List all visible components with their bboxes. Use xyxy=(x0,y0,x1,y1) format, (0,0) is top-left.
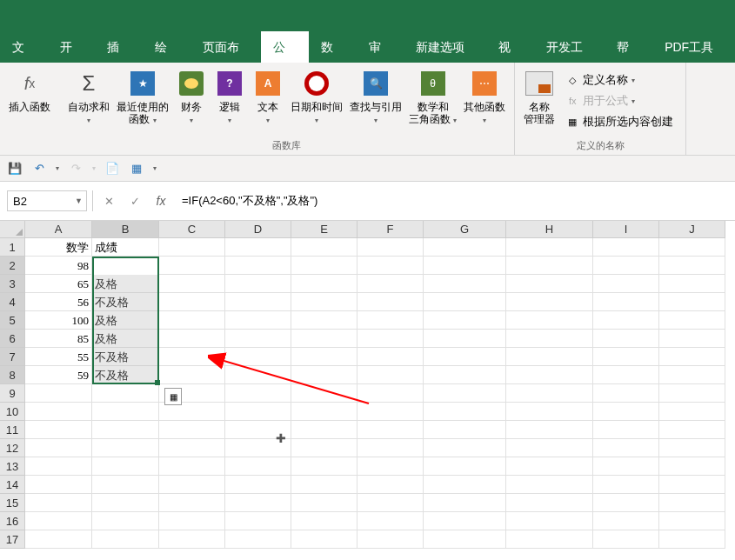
math-button[interactable]: θ 数学和 三角函数 ▾ xyxy=(405,66,460,129)
logical-button[interactable]: ? 逻辑▾ xyxy=(210,66,249,129)
cell-C12[interactable] xyxy=(159,439,225,457)
cell-E9[interactable] xyxy=(291,384,357,403)
undo-icon[interactable]: ↶ xyxy=(31,161,47,177)
cell-F7[interactable] xyxy=(357,348,424,366)
datetime-button[interactable]: 日期和时间▾ xyxy=(287,66,346,129)
cell-I3[interactable] xyxy=(593,275,659,293)
cell-G17[interactable] xyxy=(424,530,506,549)
row-header-4[interactable]: 4 xyxy=(0,293,25,311)
cell-A17[interactable] xyxy=(25,530,92,549)
cell-E3[interactable] xyxy=(291,275,357,293)
cell-E14[interactable] xyxy=(291,476,357,494)
cell-D14[interactable] xyxy=(225,476,291,494)
cell-J7[interactable] xyxy=(659,348,725,366)
column-header-D[interactable]: D xyxy=(225,221,291,238)
cell-G13[interactable] xyxy=(424,457,506,476)
cell-D7[interactable] xyxy=(225,348,291,366)
cell-J4[interactable] xyxy=(659,293,725,311)
cell-F15[interactable] xyxy=(357,494,424,512)
cell-I17[interactable] xyxy=(593,530,659,549)
cell-D15[interactable] xyxy=(225,494,291,512)
cell-D9[interactable] xyxy=(225,384,291,403)
tab-review[interactable]: 审阅 xyxy=(357,31,404,63)
cell-D5[interactable] xyxy=(225,311,291,330)
tab-data[interactable]: 数据 xyxy=(309,31,357,63)
cell-B13[interactable] xyxy=(92,457,159,476)
row-header-5[interactable]: 5 xyxy=(0,311,25,330)
cell-F10[interactable] xyxy=(357,403,424,421)
recent-functions-button[interactable]: ★ 最近使用的 函数 ▾ xyxy=(113,66,172,129)
select-all-cell[interactable] xyxy=(0,221,25,238)
cell-C15[interactable] xyxy=(159,494,225,512)
cell-F9[interactable] xyxy=(357,384,424,403)
cell-F13[interactable] xyxy=(357,457,424,476)
other-functions-button[interactable]: ⋯ 其他函数▾ xyxy=(460,66,509,129)
cell-G12[interactable] xyxy=(424,439,506,457)
cell-I2[interactable] xyxy=(593,257,659,275)
cell-J3[interactable] xyxy=(659,275,725,293)
cell-D6[interactable] xyxy=(225,330,291,348)
cell-G9[interactable] xyxy=(424,384,506,403)
cell-G14[interactable] xyxy=(424,476,506,494)
cell-F17[interactable] xyxy=(357,530,424,549)
cell-D12[interactable] xyxy=(225,439,291,457)
tab-pdf[interactable]: PDF工具集 xyxy=(652,31,735,63)
create-from-selection-button[interactable]: ▦根据所选内容创建 xyxy=(565,111,673,132)
cell-D13[interactable] xyxy=(225,457,291,476)
cell-J9[interactable] xyxy=(659,384,725,403)
cell-A1[interactable]: 数学 xyxy=(25,238,92,257)
cell-I7[interactable] xyxy=(593,348,659,366)
cell-E11[interactable] xyxy=(291,421,357,439)
cell-C1[interactable] xyxy=(159,238,225,257)
cell-B4[interactable]: 不及格 xyxy=(92,293,159,311)
cell-J13[interactable] xyxy=(659,457,725,476)
cell-C7[interactable] xyxy=(159,348,225,366)
cell-I1[interactable] xyxy=(593,238,659,257)
cell-D4[interactable] xyxy=(225,293,291,311)
cell-A12[interactable] xyxy=(25,439,92,457)
cell-H15[interactable] xyxy=(506,494,593,512)
cell-A10[interactable] xyxy=(25,403,92,421)
tab-formulas[interactable]: 公式 xyxy=(261,31,309,63)
cell-F6[interactable] xyxy=(357,330,424,348)
cell-H16[interactable] xyxy=(506,512,593,530)
cell-C4[interactable] xyxy=(159,293,225,311)
column-header-H[interactable]: H xyxy=(506,221,593,238)
lookup-button[interactable]: 🔍 查找与引用▾ xyxy=(346,66,405,129)
cell-B17[interactable] xyxy=(92,530,159,549)
cell-B15[interactable] xyxy=(92,494,159,512)
cell-B12[interactable] xyxy=(92,439,159,457)
cell-I11[interactable] xyxy=(593,421,659,439)
cell-F1[interactable] xyxy=(357,238,424,257)
cell-B2[interactable]: 及格 xyxy=(92,257,159,275)
cell-F16[interactable] xyxy=(357,512,424,530)
cell-H17[interactable] xyxy=(506,530,593,549)
text-button[interactable]: A 文本▾ xyxy=(249,66,287,129)
cell-B7[interactable]: 不及格 xyxy=(92,348,159,366)
accept-formula-button[interactable]: ✓ xyxy=(124,190,145,211)
cancel-formula-button[interactable]: ✕ xyxy=(98,190,119,211)
cell-I16[interactable] xyxy=(593,512,659,530)
cell-D2[interactable] xyxy=(225,257,291,275)
cell-B8[interactable]: 不及格 xyxy=(92,366,159,384)
cell-J6[interactable] xyxy=(659,330,725,348)
cell-G10[interactable] xyxy=(424,403,506,421)
cell-C8[interactable] xyxy=(159,366,225,384)
cell-H5[interactable] xyxy=(506,311,593,330)
row-header-8[interactable]: 8 xyxy=(0,366,25,384)
cell-G1[interactable] xyxy=(424,238,506,257)
cell-E6[interactable] xyxy=(291,330,357,348)
column-header-C[interactable]: C xyxy=(159,221,225,238)
cell-I12[interactable] xyxy=(593,439,659,457)
cell-E12[interactable] xyxy=(291,439,357,457)
cell-B9[interactable] xyxy=(92,384,159,403)
cell-H7[interactable] xyxy=(506,348,593,366)
autofill-options-button[interactable]: ▦ xyxy=(164,388,182,405)
cell-F3[interactable] xyxy=(357,275,424,293)
cell-H4[interactable] xyxy=(506,293,593,311)
cell-E17[interactable] xyxy=(291,530,357,549)
redo-dropdown[interactable]: ▾ xyxy=(92,164,96,172)
cell-J12[interactable] xyxy=(659,439,725,457)
cell-J11[interactable] xyxy=(659,421,725,439)
cell-H2[interactable] xyxy=(506,257,593,275)
